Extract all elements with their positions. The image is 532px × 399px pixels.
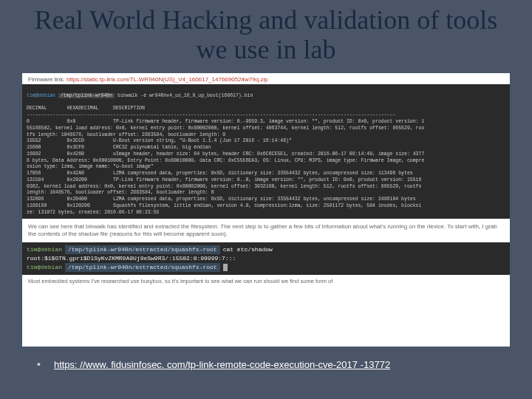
term2-path: /tmp/tplink-wr940n/extracted/squashfs-ro…: [65, 245, 220, 254]
article-paragraph-2: Most embedded systems I've researched us…: [22, 275, 510, 287]
term-divider: ----------------------------------------…: [27, 112, 395, 117]
term-line: 15552 0x3CC0 U-Boot version string, "U-B…: [27, 138, 292, 143]
term-line: 8 bytes, Data Address: 0x80010000, Entry…: [27, 158, 424, 163]
term-line: 16992 0x4260 uImage header, header size:…: [27, 151, 424, 157]
term-line: tfs length: 1048576, bootloader offset: …: [27, 132, 225, 137]
term-line: 15600 0x3CF0 CRC32 polynomial table, big…: [27, 145, 211, 150]
cursor-icon: [223, 264, 228, 271]
term2-cmd: cat etc/shadow: [223, 245, 273, 254]
article-paragraph-1: We can see here that binwalk has identif…: [22, 219, 510, 243]
term-header: DECIMAL HEXADECIMAL DESCRIPTION: [27, 106, 145, 111]
term-user: tim@debian: [27, 93, 55, 98]
term-line: 132096 0x20400 LZMA compressed data, pro…: [27, 197, 416, 202]
slide-title: Real World Hacking and validation of too…: [0, 0, 532, 73]
term2-path: /tmp/tplink-wr940n/extracted/squashfs-ro…: [65, 263, 220, 272]
term-line: ssion type: lzma, image name: "u-boot im…: [27, 164, 154, 169]
term-line: 1180160 0x120200 Squashfs filesystem, li…: [27, 203, 421, 208]
terminal-binwalk: tim@debian /tmp/tplink-wr940n binwalk -e…: [22, 84, 510, 218]
term-line: 0362, kernel load address: 0x0, kernel e…: [27, 184, 421, 189]
term-cmd: binwalk -e wr940nv4_us_16_9_up_boot(1606…: [117, 93, 253, 98]
screenshot-embed: Firmware link: https://static.tp-link.co…: [22, 73, 510, 347]
term2-user: tim@debian: [27, 263, 62, 272]
firmware-link-row: Firmware link: https://static.tp-link.co…: [22, 73, 510, 84]
term2-row: tim@debian /tmp/tplink-wr940n/extracted/…: [27, 263, 505, 272]
firmware-url: https://static.tp-link.com/TL-WR940N(US)…: [66, 76, 268, 83]
term2-output: root:$1$GTN.gpri$DlSyKvZKMR9A9Uj9eSw9R3/…: [27, 254, 505, 263]
term-line: ze: 131072 bytes, created: 2016-06-17 08…: [27, 210, 159, 215]
bullet-icon: •: [37, 358, 41, 370]
firmware-label: Firmware link:: [28, 76, 65, 83]
terminal-shadow: tim@debian /tmp/tplink-wr940n/extracted/…: [22, 242, 510, 275]
term-line: 17056 0x42A0 LZMA compressed data, prope…: [27, 171, 413, 176]
reference-link[interactable]: https: //www. fidusinfosec. com/tp-link-…: [54, 359, 390, 370]
term-line: 55168502, kernel load address: 0x0, kern…: [27, 126, 424, 131]
term2-user: tim@debian: [27, 245, 62, 254]
term-line: length: 1048576, bootloader offset: 2883…: [27, 190, 214, 195]
term-path: /tmp/tplink-wr940n: [58, 93, 115, 98]
term2-row: tim@debian /tmp/tplink-wr940n/extracted/…: [27, 245, 505, 254]
reference-row: • https: //www. fidusinfosec. com/tp-lin…: [0, 347, 532, 370]
term-line: 0 0x0 TP-Link firmware header, firmware …: [27, 119, 424, 124]
term-line: 131584 0x20200 TP-Link firmware header, …: [27, 177, 421, 183]
